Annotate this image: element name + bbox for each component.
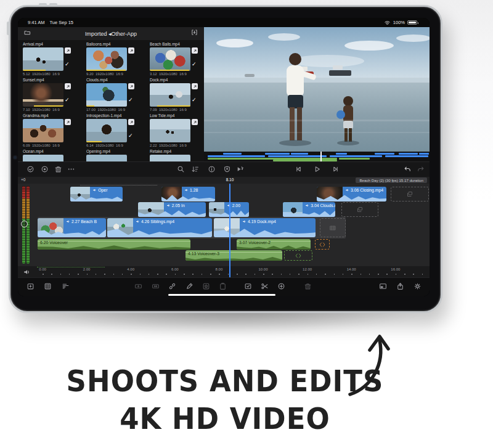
info-icon[interactable]: [208, 165, 216, 173]
safe-area-icon[interactable]: [223, 165, 231, 173]
power-button: [7, 22, 9, 35]
video-clip[interactable]: 4.26Siblings.mp4: [107, 218, 212, 237]
volume-up-button: [39, 3, 47, 6]
video-clip[interactable]: 2.05In: [138, 202, 206, 217]
audio-clip[interactable]: 3.07Voiceover-2: [237, 239, 311, 250]
import-icon[interactable]: [191, 29, 198, 36]
media-item-name: Opening.mp4: [86, 149, 145, 155]
media-item[interactable]: Arrival.mp4✓5.12 1920x1080 16:9: [23, 42, 81, 76]
layers-placeholder-icon[interactable]: [341, 202, 378, 217]
overview-segment: [223, 153, 242, 155]
project-list-icon[interactable]: [44, 282, 52, 290]
media-item-thumbnail[interactable]: [23, 83, 63, 107]
media-item[interactable]: Low Tide.mp42.22 1920x1080 16:9: [150, 113, 204, 147]
timeline-ruler[interactable]: 0.002.004.006.008.0010.0012.0014.0016.00: [18, 266, 430, 277]
skip-forward-icon[interactable]: [332, 165, 340, 173]
play-from-icon[interactable]: [236, 165, 244, 173]
media-item[interactable]: Dock.mp4✓7.09 1920x1080 16:9: [150, 78, 204, 112]
overwrite-icon[interactable]: [152, 282, 160, 290]
clip-name: Clouds.mp4: [320, 203, 335, 208]
select-icon[interactable]: [244, 282, 252, 290]
sort-icon[interactable]: [191, 165, 199, 173]
more-options-icon[interactable]: [67, 165, 75, 173]
overview-segment: [291, 153, 308, 155]
record-icon[interactable]: [41, 165, 49, 173]
share-icon[interactable]: [396, 282, 404, 290]
film-placeholder-icon[interactable]: [320, 218, 346, 237]
clip-name: Siblings.mp4: [150, 219, 174, 224]
effects-icon[interactable]: [202, 282, 210, 290]
overview-segment: [330, 155, 382, 157]
video-clip[interactable]: 3.04Clouds.mp4: [283, 202, 335, 217]
video-clip[interactable]: 2.27Beach B: [38, 218, 106, 237]
media-item-name: Low Tide.mp4: [150, 113, 204, 119]
external-display-icon[interactable]: [379, 282, 387, 290]
media-item[interactable]: Sunset.mp4✓7.10 1920x1080 16:9: [23, 78, 81, 112]
video-clip[interactable]: 1.28: [161, 187, 215, 202]
video-preview[interactable]: [204, 27, 430, 152]
home-indicator[interactable]: [168, 294, 275, 296]
redo-icon[interactable]: [417, 165, 425, 173]
overview-playhead[interactable]: [320, 152, 322, 161]
media-item-thumbnail[interactable]: [150, 47, 190, 71]
arrows-placeholder-icon[interactable]: [284, 250, 312, 261]
clip-duration: 3.07: [239, 240, 247, 245]
media-item-thumbnail[interactable]: [23, 119, 63, 142]
media-item[interactable]: Introspection-1.mp4✓6.14 1920x1080 16:9: [86, 113, 145, 147]
add-icon[interactable]: [277, 282, 285, 290]
play-icon[interactable]: [313, 165, 321, 173]
speaker-icon[interactable]: [23, 268, 31, 276]
battery-icon: [407, 20, 417, 25]
audio-clip[interactable]: 4.13Voiceover-3: [185, 250, 282, 261]
timeline-tracks[interactable]: Oper1.283.06Closing.mp42.05In2.003.04Clo…: [18, 184, 430, 266]
media-item-thumbnail[interactable]: [86, 83, 127, 107]
track-options-icon[interactable]: [62, 282, 70, 290]
media-item-info: 5.12 1920x1080 16:9: [23, 72, 81, 76]
used-check-icon: ✓: [192, 61, 200, 67]
library-breadcrumb[interactable]: Imported ◂Other-App: [18, 31, 204, 37]
timeline-overview[interactable]: [204, 152, 430, 161]
timeline-trash-icon[interactable]: [304, 282, 312, 290]
imported-badge-icon: [192, 119, 198, 125]
media-item[interactable]: Clouds.mp4✓17.00 1920x1080 16:9: [86, 78, 145, 112]
new-project-icon[interactable]: [26, 282, 35, 290]
front-camera: [14, 156, 17, 159]
multiselect-icon[interactable]: [26, 165, 35, 173]
media-item-info: 3.12 1920x1080 16:9: [150, 72, 204, 76]
ruler-label: 14.00: [347, 267, 356, 271]
edit-icon[interactable]: [185, 282, 194, 290]
settings-icon[interactable]: [414, 282, 422, 290]
overview-segment: [268, 155, 327, 157]
layers-placeholder-icon[interactable]: [391, 187, 429, 202]
project-info[interactable]: Beach Day (2) (30 fps) 15.17 duration: [356, 177, 427, 183]
media-item[interactable]: Beach Balls.mp4✓3.12 1920x1080 16:9: [150, 42, 204, 76]
media-item[interactable]: Balloons.mp49.20 1920x1080 16:9: [86, 42, 145, 76]
media-item-name: Introspection-1.mp4: [86, 113, 145, 119]
media-item-thumbnail[interactable]: [150, 119, 190, 142]
media-item-thumbnail[interactable]: [150, 83, 190, 107]
clip-duration: 2.05: [172, 203, 180, 208]
clipboard-icon[interactable]: [219, 282, 227, 290]
library-trash-icon[interactable]: [54, 165, 62, 173]
video-clip[interactable]: Oper: [70, 187, 123, 202]
skip-back-icon[interactable]: [295, 165, 303, 173]
video-clip[interactable]: 3.06Closing.mp4: [317, 187, 386, 202]
search-icon[interactable]: [177, 165, 185, 173]
media-item[interactable]: Grandma.mp46.09 1920x1080 16:9: [23, 113, 81, 147]
link-icon[interactable]: [168, 282, 176, 290]
battery-percent: 100%: [393, 20, 405, 25]
media-item-thumbnail[interactable]: [86, 119, 127, 142]
volume-knob[interactable]: [21, 221, 28, 227]
range-marker: [80, 185, 157, 185]
media-item-thumbnail[interactable]: [86, 47, 127, 71]
undo-icon[interactable]: [404, 165, 412, 173]
playhead[interactable]: [229, 184, 230, 277]
split-icon[interactable]: [261, 282, 269, 290]
insert-icon[interactable]: [134, 282, 142, 290]
media-item-thumbnail[interactable]: [23, 47, 63, 71]
arrows-placeholder-icon[interactable]: [315, 239, 330, 250]
media-item-name: Beach Balls.mp4: [150, 42, 204, 47]
imported-badge-icon: [65, 119, 71, 125]
caption-line2: 4K HD VIDEO: [0, 400, 450, 437]
audio-clip[interactable]: 6.20Voiceover: [38, 239, 190, 250]
